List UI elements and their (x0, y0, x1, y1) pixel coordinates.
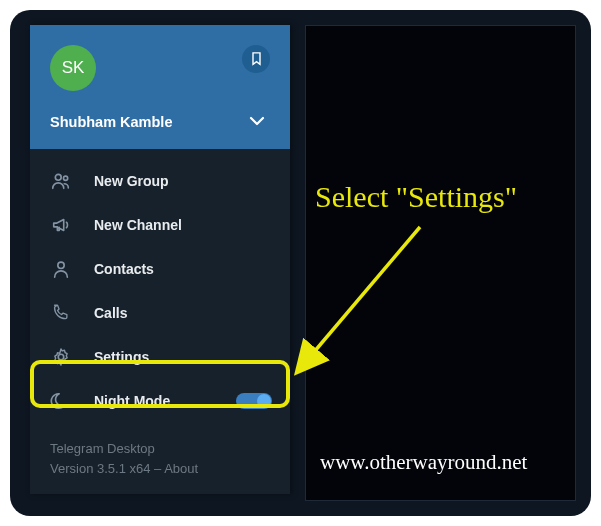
app-window: SK Shubham Kamble (10, 10, 591, 516)
group-icon (50, 170, 72, 192)
menu-label: New Channel (94, 217, 182, 233)
toggle-knob (257, 394, 271, 408)
svg-point-3 (58, 354, 64, 360)
profile-header: SK Shubham Kamble (30, 25, 290, 149)
gear-icon (50, 346, 72, 368)
menu-list: New Group New Channel (30, 149, 290, 429)
svg-point-0 (55, 174, 61, 180)
moon-icon (50, 390, 72, 412)
bookmark-icon (250, 52, 263, 66)
menu-item-contacts[interactable]: Contacts (30, 247, 290, 291)
menu-label: Contacts (94, 261, 154, 277)
expand-accounts-button[interactable] (244, 109, 270, 135)
menu-item-settings[interactable]: Settings (30, 335, 290, 379)
chevron-down-icon (248, 115, 266, 127)
website-watermark: www.otherwayround.net (320, 450, 527, 475)
menu-label: New Group (94, 173, 169, 189)
svg-point-2 (58, 262, 64, 268)
person-icon (50, 258, 72, 280)
menu-label: Night Mode (94, 393, 170, 409)
avatar[interactable]: SK (50, 45, 96, 91)
content-area (305, 25, 576, 501)
menu-item-night-mode[interactable]: Night Mode (30, 379, 290, 423)
version-text[interactable]: Version 3.5.1 x64 – About (50, 459, 270, 479)
sidebar-footer: Telegram Desktop Version 3.5.1 x64 – Abo… (30, 429, 290, 478)
app-name: Telegram Desktop (50, 439, 270, 459)
menu-label: Settings (94, 349, 149, 365)
megaphone-icon (50, 214, 72, 236)
saved-messages-button[interactable] (242, 45, 270, 73)
menu-item-new-channel[interactable]: New Channel (30, 203, 290, 247)
menu-label: Calls (94, 305, 127, 321)
menu-item-new-group[interactable]: New Group (30, 159, 290, 203)
svg-point-1 (63, 176, 67, 180)
menu-item-calls[interactable]: Calls (30, 291, 290, 335)
sidebar-menu: SK Shubham Kamble (30, 25, 290, 494)
profile-name: Shubham Kamble (50, 114, 172, 130)
phone-icon (50, 302, 72, 324)
night-mode-toggle[interactable] (236, 393, 272, 409)
